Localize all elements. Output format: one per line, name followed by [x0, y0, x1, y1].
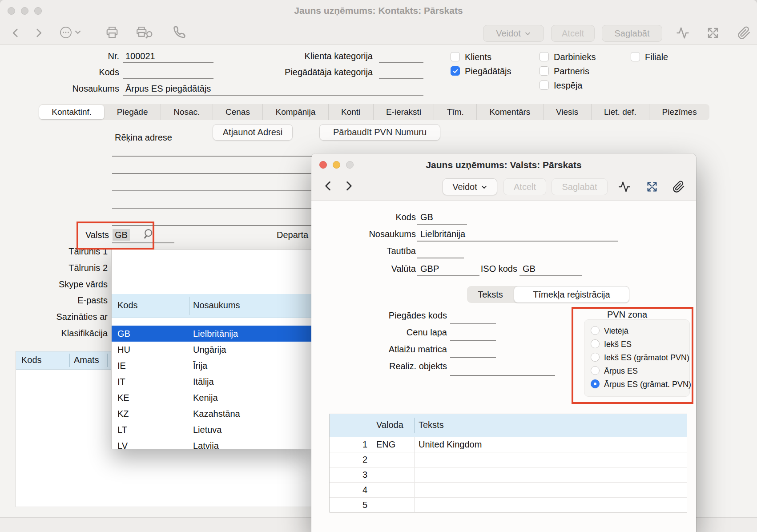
column-divider[interactable] [372, 418, 372, 433]
table-row-1[interactable]: 1 ENG United Kingdom [330, 437, 687, 452]
field-underline[interactable] [450, 375, 555, 376]
tab-konti[interactable]: Konti [328, 104, 373, 120]
phone-icon[interactable] [172, 25, 186, 40]
country-code: KZ [117, 406, 129, 422]
nosaukums-value[interactable]: Lielbritānija [420, 229, 465, 239]
contact-window-titlebar[interactable]: Jauns uzņēmums: Kontakts: Pārskats [0, 0, 757, 21]
nav-back-icon[interactable] [10, 27, 22, 39]
row-number: 3 [330, 467, 367, 482]
tab-kompanija[interactable]: Kompānija [262, 104, 328, 120]
paperclip-icon[interactable] [737, 26, 751, 40]
list-item-hu[interactable]: HU Ungārija [112, 342, 311, 358]
nav-back-icon[interactable] [322, 179, 335, 193]
valuta-value[interactable]: GBP [420, 263, 439, 274]
address-line-3[interactable] [112, 190, 338, 191]
list-item-gb[interactable]: GB Lielbritānija [112, 326, 311, 342]
list-item-ke[interactable]: KE Kenija [112, 390, 311, 406]
nosaukums-value[interactable]: Ārpus ES piegādātājs [125, 83, 211, 94]
darbinieks-checkbox[interactable] [540, 52, 549, 61]
column-header-teksts[interactable]: Teksts [419, 420, 444, 430]
print-preview-icon[interactable] [135, 26, 156, 39]
teksts-cell[interactable]: United Kingdom [419, 437, 482, 452]
country-window-titlebar[interactable]: Jauns uzņēmums: Valsts: Pārskats Veidot … [311, 153, 696, 201]
valoda-cell[interactable]: ENG [376, 437, 395, 452]
column-header-amats[interactable]: Amats [74, 355, 99, 365]
nr-value[interactable]: 100021 [125, 51, 155, 61]
checkmark-icon [452, 68, 459, 74]
paperclip-icon[interactable] [672, 181, 685, 193]
tab-komentars[interactable]: Komentārs [476, 104, 543, 120]
atjaunot-adresi-button[interactable]: Atjaunot Adresi [213, 124, 293, 141]
field-underline[interactable] [379, 62, 423, 63]
kods-value[interactable]: GB [420, 212, 433, 222]
atcelt-button[interactable]: Atcelt [551, 25, 595, 42]
klients-checkbox[interactable] [451, 52, 460, 61]
annotation-rectangle-pvn-zona [572, 307, 693, 404]
table-row-4[interactable]: 4 [330, 482, 687, 498]
tab-piezimes[interactable]: Piezīmes [649, 104, 709, 120]
nav-forward-icon[interactable] [342, 179, 355, 193]
list-item-kz[interactable]: KZ Kazahstāna [112, 406, 311, 422]
veidot-button[interactable]: Veidot [443, 178, 497, 195]
dropdown-header-nosaukums[interactable]: Nosaukums [193, 300, 240, 310]
piegadatajs-checkbox[interactable] [451, 66, 460, 76]
field-underline[interactable] [417, 258, 464, 258]
saglabat-button-label: Saglabāt [562, 182, 597, 192]
iso-kods-value[interactable]: GB [523, 263, 536, 274]
dropdown-header-kods[interactable]: Kods [117, 300, 138, 310]
column-divider[interactable] [414, 418, 415, 433]
segment-teksts[interactable]: Teksts [467, 286, 514, 303]
table-row-3[interactable]: 3 [330, 467, 687, 483]
address-line-1[interactable] [112, 156, 338, 157]
field-underline[interactable] [450, 357, 496, 358]
table-row-5[interactable]: 5 [330, 497, 687, 513]
segment-timekla-registracija[interactable]: Tīmekļa reģistrācija [514, 286, 629, 303]
tab-kontaktinf[interactable]: Kontaktinf. [39, 105, 104, 119]
expand-icon[interactable] [646, 181, 658, 193]
activity-icon[interactable] [618, 181, 631, 193]
list-item-lt[interactable]: LT Lietuva [112, 422, 311, 438]
partneris-checkbox[interactable] [540, 66, 549, 76]
more-actions-icon[interactable] [59, 25, 85, 40]
tab-tim[interactable]: Tīm. [434, 104, 476, 120]
table-row-2[interactable]: 2 [330, 452, 687, 468]
column-divider[interactable] [107, 354, 108, 367]
nosaukums-label: Nosaukums [44, 83, 119, 94]
iespeja-checkbox[interactable] [540, 81, 549, 90]
field-underline[interactable] [450, 340, 496, 341]
print-icon[interactable] [105, 26, 119, 39]
column-divider[interactable] [69, 354, 70, 367]
row-number: 2 [330, 452, 367, 467]
parbaudit-pvn-label: Pārbaudīt PVN Numuru [333, 127, 427, 137]
tab-piegade[interactable]: Piegāde [104, 104, 160, 120]
saglabat-button[interactable]: Saglabāt [602, 25, 662, 42]
veidot-button[interactable]: Veidot [483, 25, 544, 42]
country-segmented-tabs: Teksts Tīmekļa reģistrācija [467, 286, 629, 303]
saglabat-button[interactable]: Saglabāt [552, 178, 608, 195]
filiale-checkbox[interactable] [631, 52, 640, 61]
tab-cenas[interactable]: Cenas [213, 104, 263, 120]
annotation-rectangle-valsts [77, 222, 154, 250]
parbaudit-pvn-button[interactable]: Pārbaudīt PVN Numuru [319, 124, 440, 141]
field-underline[interactable] [379, 78, 423, 79]
tab-liet-def[interactable]: Liet. def. [591, 104, 649, 120]
column-header-valoda[interactable]: Valoda [376, 420, 403, 430]
address-line-4[interactable] [112, 208, 338, 209]
atcelt-button[interactable]: Atcelt [503, 178, 546, 195]
nav-forward-icon[interactable] [32, 27, 44, 39]
list-item-ie[interactable]: IE Īrija [112, 358, 311, 374]
address-line-2[interactable] [112, 173, 338, 174]
list-item-lv[interactable]: LV Latvija [112, 438, 311, 449]
column-divider [189, 297, 190, 315]
column-header-kods[interactable]: Kods [21, 355, 42, 365]
field-underline[interactable] [123, 78, 213, 79]
screenshot-stage: Jauns uzņēmums: Kontakts: Pārskats [0, 0, 757, 532]
tab-e-ieraksti[interactable]: E-ieraksti [373, 104, 434, 120]
expand-icon[interactable] [706, 26, 720, 40]
activity-icon[interactable] [676, 26, 689, 40]
tab-viesis[interactable]: Viesis [543, 104, 591, 120]
tab-nosac[interactable]: Nosac. [161, 104, 213, 120]
atjaunot-adresi-label: Atjaunot Adresi [223, 127, 283, 137]
field-underline[interactable] [450, 323, 496, 324]
list-item-it[interactable]: IT Itālija [112, 374, 311, 390]
